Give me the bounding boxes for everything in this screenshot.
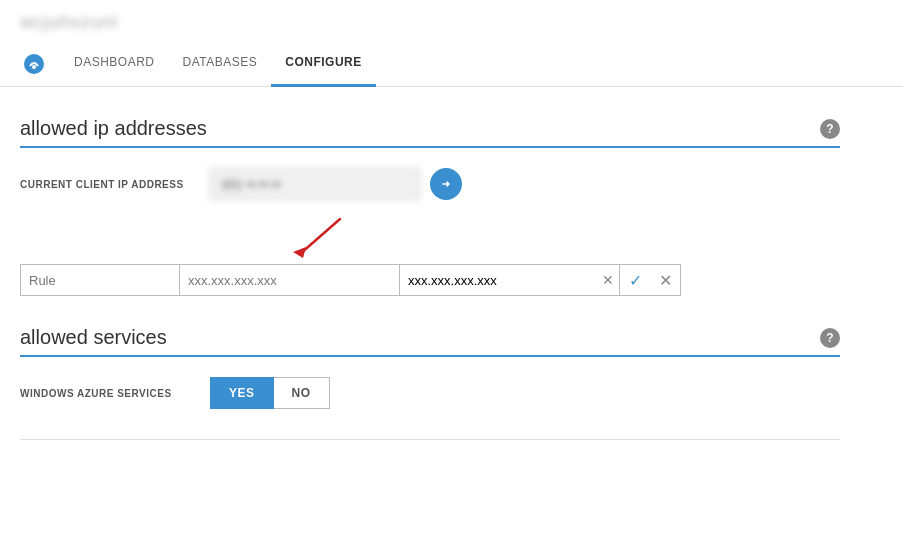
svg-point-1 [32,65,36,69]
nav-bar: DASHBOARD DATABASES CONFIGURE [0,41,903,87]
confirm-rule-button[interactable]: ✓ [620,264,650,296]
svg-marker-3 [293,247,306,258]
allowed-ip-header: allowed ip addresses ? [20,117,840,148]
current-ip-row: CURRENT CLIENT IP ADDRESS [20,168,840,200]
logo-text: wcjuhszunl [20,12,118,32]
allowed-ip-title: allowed ip addresses [20,117,207,140]
allowed-services-title: allowed services [20,326,167,349]
cancel-rule-button[interactable]: ✕ [650,264,680,296]
windows-azure-row: WINDOWS AZURE SERVICES YES NO [20,377,840,409]
rule-name-input[interactable] [20,264,180,296]
rule-start-ip-input[interactable] [180,264,400,296]
nav-item-databases[interactable]: DATABASES [169,41,272,87]
main-content: allowed ip addresses ? CURRENT CLIENT IP… [0,87,860,460]
firewall-rule-row: ✕ ✓ ✕ [20,264,840,296]
allowed-services-header: allowed services ? [20,326,840,357]
rule-end-ip-input[interactable] [400,264,620,296]
yes-button[interactable]: YES [210,377,274,409]
windows-azure-label: WINDOWS AZURE SERVICES [20,388,200,399]
no-button[interactable]: NO [274,377,330,409]
bottom-divider [20,439,840,440]
allowed-ip-section: allowed ip addresses ? CURRENT CLIENT IP… [20,117,840,296]
windows-azure-toggle: YES NO [210,377,330,409]
allowed-ip-help-icon[interactable]: ? [820,119,840,139]
nav-item-configure[interactable]: CONFIGURE [271,41,376,87]
nav-item-dashboard[interactable]: DASHBOARD [60,41,169,87]
clear-end-ip-button[interactable]: ✕ [602,273,614,287]
add-ip-button[interactable] [430,168,462,200]
current-ip-label: CURRENT CLIENT IP ADDRESS [20,179,200,190]
rule-action-buttons: ✓ ✕ [620,264,681,296]
allowed-services-section: allowed services ? WINDOWS AZURE SERVICE… [20,326,840,409]
arrow-right-icon [438,176,454,192]
rule-end-ip-wrapper: ✕ [400,264,620,296]
allowed-services-help-icon[interactable]: ? [820,328,840,348]
annotation-arrow [180,214,480,264]
logo-bar: wcjuhszunl [0,0,903,41]
nav-logo-icon [20,50,48,78]
current-ip-input[interactable] [210,168,420,200]
